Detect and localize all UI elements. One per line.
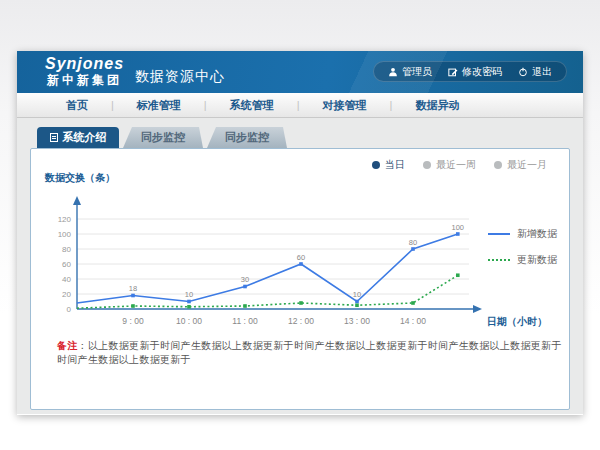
change-password-label: 修改密码 bbox=[462, 65, 502, 79]
footnote: 备注：以上数据更新于时间产生数据以上数据更新于时间产生数据以上数据更新于时间产生… bbox=[57, 339, 569, 367]
svg-text:30: 30 bbox=[241, 275, 249, 284]
logo-text-en: Synjones bbox=[45, 55, 124, 73]
logout-label: 退出 bbox=[532, 65, 552, 79]
radio-label: 最近一月 bbox=[507, 158, 547, 172]
svg-text:100: 100 bbox=[58, 230, 72, 239]
svg-text:12 : 00: 12 : 00 bbox=[288, 316, 314, 326]
radio-label: 当日 bbox=[385, 158, 405, 172]
svg-text:10 : 00: 10 : 00 bbox=[176, 316, 202, 326]
nav-item-standard-mgmt[interactable]: 标准管理 bbox=[114, 98, 204, 113]
radio-last-month[interactable]: 最近一月 bbox=[494, 158, 547, 172]
page-title: 数据资源中心 bbox=[135, 68, 225, 86]
dotted-line-swatch-icon bbox=[488, 259, 510, 261]
svg-text:18: 18 bbox=[129, 284, 137, 293]
footnote-text: ：以上数据更新于时间产生数据以上数据更新于时间产生数据以上数据更新于时间产生数据… bbox=[57, 340, 562, 365]
tab-sync-monitor-2[interactable]: 同步监控 bbox=[207, 127, 287, 148]
radio-dot-icon bbox=[494, 161, 502, 169]
power-icon bbox=[518, 67, 528, 77]
tab-label: 同步监控 bbox=[225, 130, 269, 145]
radio-dot-icon bbox=[372, 161, 380, 169]
logout-button[interactable]: 退出 bbox=[518, 65, 552, 79]
svg-text:60: 60 bbox=[62, 260, 71, 269]
nav-item-system-mgmt[interactable]: 系统管理 bbox=[207, 98, 297, 113]
svg-text:13 : 00: 13 : 00 bbox=[344, 316, 370, 326]
document-icon bbox=[50, 133, 58, 142]
solid-line-swatch-icon bbox=[488, 233, 510, 235]
nav-item-data-change[interactable]: 数据异动 bbox=[392, 98, 482, 113]
svg-text:40: 40 bbox=[62, 275, 71, 284]
tab-label: 同步监控 bbox=[141, 130, 185, 145]
y-axis-title: 数据交换（条） bbox=[45, 171, 115, 185]
tab-sync-monitor-1[interactable]: 同步监控 bbox=[123, 127, 203, 148]
main-nav: 首页 | 标准管理 | 系统管理 | 对接管理 | 数据异动 bbox=[17, 93, 583, 118]
nav-item-home[interactable]: 首页 bbox=[43, 98, 111, 113]
svg-text:14 : 00: 14 : 00 bbox=[400, 316, 426, 326]
user-controls: 管理员 修改密码 退出 bbox=[373, 61, 567, 82]
content-area: 系统介绍 同步监控 同步监控 当日 最近一周 bbox=[17, 118, 583, 414]
svg-text:10: 10 bbox=[185, 290, 193, 299]
user-icon bbox=[388, 67, 398, 77]
legend-label: 更新数据 bbox=[517, 253, 557, 267]
nav-item-interface-mgmt[interactable]: 对接管理 bbox=[300, 98, 390, 113]
legend-label: 新增数据 bbox=[517, 227, 557, 241]
svg-text:日期（小时）: 日期（小时） bbox=[487, 316, 547, 327]
svg-text:9 : 00: 9 : 00 bbox=[122, 316, 144, 326]
radio-label: 最近一周 bbox=[436, 158, 476, 172]
svg-text:120: 120 bbox=[58, 215, 72, 224]
svg-text:10: 10 bbox=[353, 290, 361, 299]
radio-last-week[interactable]: 最近一周 bbox=[423, 158, 476, 172]
tab-system-intro[interactable]: 系统介绍 bbox=[37, 127, 119, 148]
footnote-label: 备注 bbox=[57, 340, 78, 351]
series-legend: 新增数据 更新数据 bbox=[488, 227, 557, 267]
app-header: Synjones 新中新集团 数据资源中心 管理员 修改密码 退出 bbox=[17, 51, 583, 93]
change-password-button[interactable]: 修改密码 bbox=[448, 65, 502, 79]
svg-text:60: 60 bbox=[297, 253, 305, 262]
tab-bar: 系统介绍 同步监控 同步监控 bbox=[37, 127, 287, 148]
svg-text:11 : 00: 11 : 00 bbox=[232, 316, 258, 326]
user-label: 管理员 bbox=[402, 65, 432, 79]
tab-label: 系统介绍 bbox=[63, 130, 107, 145]
svg-text:100: 100 bbox=[452, 223, 465, 232]
legend-item-updated-data: 更新数据 bbox=[488, 253, 557, 267]
logo-text-cn: 新中新集团 bbox=[45, 73, 124, 87]
svg-text:20: 20 bbox=[62, 290, 71, 299]
company-logo: Synjones 新中新集团 bbox=[45, 55, 124, 87]
svg-text:80: 80 bbox=[409, 238, 417, 247]
svg-text:0: 0 bbox=[67, 305, 72, 314]
edit-icon bbox=[448, 67, 458, 77]
radio-today[interactable]: 当日 bbox=[372, 158, 405, 172]
chart-panel: 当日 最近一周 最近一月 数据交换（条） 0204060801001209 : … bbox=[30, 148, 570, 410]
app-window: Synjones 新中新集团 数据资源中心 管理员 修改密码 退出 首页 | 标… bbox=[17, 51, 583, 415]
user-menu-button[interactable]: 管理员 bbox=[388, 65, 432, 79]
time-range-selector: 当日 最近一周 最近一月 bbox=[372, 158, 547, 172]
svg-text:80: 80 bbox=[62, 245, 71, 254]
legend-item-new-data: 新增数据 bbox=[488, 227, 557, 241]
radio-dot-icon bbox=[423, 161, 431, 169]
